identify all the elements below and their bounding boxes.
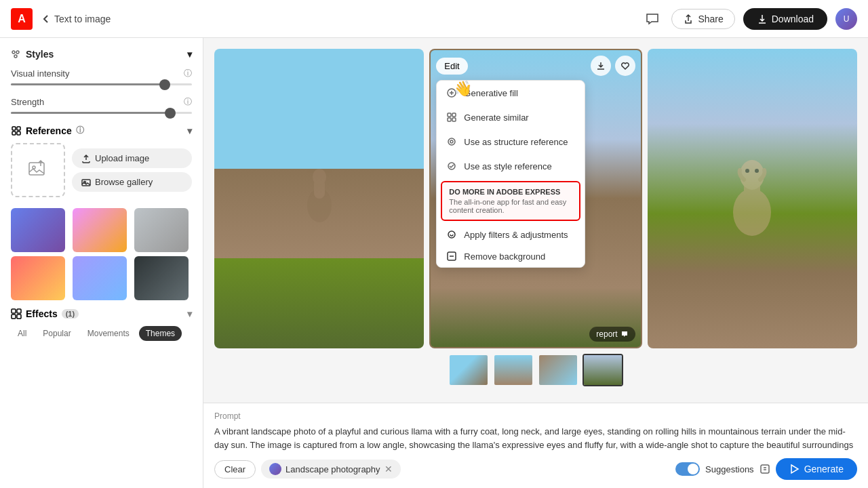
- svg-rect-12: [17, 309, 21, 313]
- suggestions-label: Suggestions: [705, 464, 754, 474]
- thumbnails-row: [214, 348, 857, 392]
- style-thumb-5[interactable]: [73, 256, 127, 300]
- svg-rect-11: [12, 309, 16, 313]
- sidebar: Styles ▾ Visual intensity ⓘ Strength ⓘ: [0, 38, 203, 488]
- tag-icon: [269, 463, 281, 475]
- remove-background-option[interactable]: Remove background: [437, 245, 585, 267]
- reference-upload-area[interactable]: [11, 143, 65, 197]
- image-1-placeholder: [214, 49, 424, 348]
- download-button[interactable]: Download: [743, 8, 827, 30]
- content-area: Edit 👋: [203, 38, 868, 488]
- generate-similar-option[interactable]: Generate similar: [437, 105, 585, 129]
- thumbnail-3[interactable]: [538, 354, 578, 386]
- svg-point-36: [745, 169, 749, 173]
- styles-section-title[interactable]: Styles ▾: [11, 49, 192, 60]
- image-card-1: [214, 49, 424, 348]
- style-thumb-6[interactable]: [134, 256, 189, 300]
- style-thumb-3[interactable]: [134, 208, 189, 252]
- reference-header: Reference ⓘ ▾: [11, 125, 192, 136]
- effects-label: Effects: [26, 308, 58, 319]
- tab-popular[interactable]: Popular: [36, 326, 77, 341]
- svg-rect-24: [448, 113, 451, 117]
- svg-rect-13: [12, 314, 16, 319]
- generative-fill-option[interactable]: Generative fill: [437, 81, 585, 105]
- apply-filters-option[interactable]: Apply filters & adjustments: [437, 224, 585, 245]
- style-thumb-1[interactable]: [11, 208, 65, 252]
- card-2-overlay: Edit 👋: [436, 56, 635, 76]
- svg-point-35: [740, 160, 764, 190]
- effects-badge: (1): [62, 309, 79, 319]
- svg-point-37: [755, 169, 759, 173]
- suggestions-switch[interactable]: [675, 462, 700, 476]
- favorite-icon-button[interactable]: [615, 56, 635, 76]
- reference-info-icon: ⓘ: [76, 125, 84, 136]
- strength-label: Strength: [11, 97, 44, 107]
- tab-all[interactable]: All: [11, 326, 33, 341]
- style-thumbnails-grid: [11, 208, 192, 300]
- toggle-knob: [688, 464, 698, 474]
- clear-button[interactable]: Clear: [214, 460, 256, 479]
- effects-expand-icon[interactable]: ▾: [187, 308, 192, 319]
- header-actions: Share Download U: [642, 8, 857, 30]
- visual-intensity-label: Visual intensity: [11, 68, 69, 79]
- image-card-3: [648, 49, 857, 348]
- use-style-reference-option[interactable]: Use as style reference: [437, 154, 585, 178]
- report-button[interactable]: report: [589, 327, 635, 342]
- tab-movements[interactable]: Movements: [81, 326, 136, 341]
- effects-header: Effects (1) ▾: [11, 308, 192, 319]
- visual-intensity-slider: Visual intensity ⓘ: [11, 68, 192, 85]
- thumbnail-2[interactable]: [493, 354, 534, 386]
- styles-label: Styles: [26, 49, 54, 60]
- generate-button[interactable]: Generate: [776, 458, 857, 480]
- adobe-logo: A: [11, 8, 33, 30]
- svg-rect-3: [12, 127, 16, 130]
- reference-row: Upload image Browse gallery: [11, 143, 192, 197]
- svg-point-29: [450, 140, 453, 143]
- prompt-footer: Clear Landscape photography ✕ Suggestion…: [214, 458, 857, 480]
- thumbnail-1[interactable]: [448, 354, 489, 386]
- prompt-label: Prompt: [214, 411, 857, 421]
- visual-intensity-track[interactable]: [11, 83, 192, 85]
- svg-point-31: [448, 231, 455, 238]
- upload-image-button[interactable]: Upload image: [72, 148, 192, 168]
- suggestions-info-icon: [760, 464, 770, 474]
- reference-expand-icon[interactable]: ▾: [187, 125, 192, 136]
- svg-rect-7: [29, 163, 44, 175]
- user-avatar[interactable]: U: [835, 8, 857, 30]
- svg-rect-25: [452, 113, 456, 117]
- chat-icon-button[interactable]: [642, 8, 663, 30]
- prompt-text: A vibrant landscape photo of a playful a…: [214, 425, 857, 451]
- prompt-tag: Landscape photography ✕: [261, 460, 401, 479]
- svg-rect-5: [12, 131, 16, 135]
- style-thumb-4[interactable]: [11, 256, 65, 300]
- download-image-icon-button[interactable]: [591, 56, 611, 76]
- svg-point-28: [448, 138, 455, 145]
- use-structure-reference-option[interactable]: Use as structure reference: [437, 129, 585, 154]
- svg-rect-4: [17, 127, 20, 130]
- back-button[interactable]: Text to image: [41, 14, 111, 24]
- strength-info-icon: ⓘ: [184, 96, 192, 108]
- browse-gallery-button[interactable]: Browse gallery: [72, 172, 192, 192]
- strength-slider: Strength ⓘ: [11, 96, 192, 114]
- adobe-express-promo: DO MORE IN ADOBE EXPRESS The all-in-one …: [441, 181, 580, 221]
- svg-point-17: [313, 169, 326, 185]
- reference-label: Reference: [26, 125, 72, 136]
- edit-button[interactable]: Edit: [436, 58, 467, 75]
- svg-rect-6: [17, 131, 20, 135]
- main-layout: Styles ▾ Visual intensity ⓘ Strength ⓘ: [0, 38, 868, 488]
- style-thumb-2[interactable]: [73, 208, 127, 252]
- share-button[interactable]: Share: [671, 9, 734, 29]
- thumbnail-4[interactable]: [583, 354, 623, 386]
- svg-rect-14: [17, 314, 21, 319]
- header: A Text to image Share Download U: [0, 0, 868, 38]
- effects-tabs: All Popular Movements Themes: [11, 326, 192, 341]
- strength-track[interactable]: [11, 112, 192, 114]
- images-section: Edit 👋: [203, 38, 868, 403]
- image-3-placeholder: [648, 49, 857, 348]
- styles-chevron-icon: ▾: [187, 49, 192, 60]
- suggestions-toggle: Suggestions: [675, 462, 770, 476]
- card-icon-buttons: [591, 56, 635, 76]
- tab-themes[interactable]: Themes: [139, 326, 182, 341]
- image-card-2: Edit 👋: [429, 49, 642, 348]
- tag-remove-button[interactable]: ✕: [384, 464, 393, 474]
